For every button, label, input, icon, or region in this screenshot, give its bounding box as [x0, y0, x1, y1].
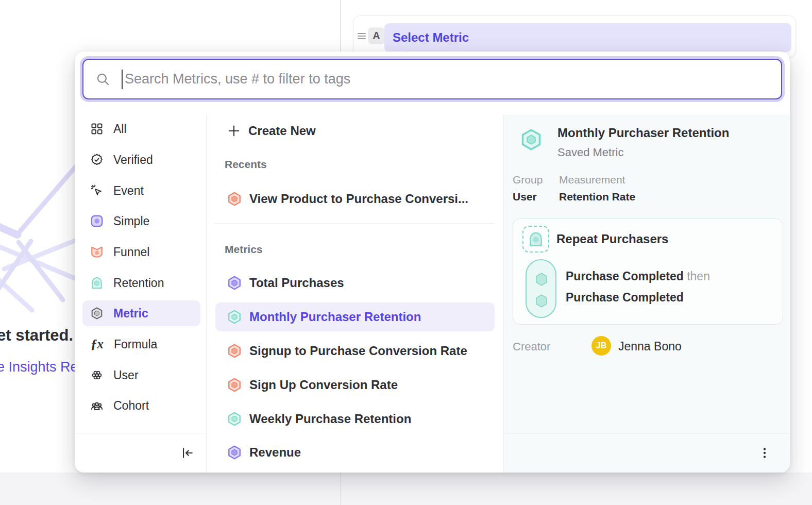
sidebar-item-label: Event	[113, 184, 144, 198]
formula-icon: ƒx	[90, 337, 104, 351]
user-cluster-icon	[90, 368, 104, 382]
kebab-menu-icon[interactable]	[758, 446, 771, 460]
create-new-button[interactable]: Create New	[215, 116, 495, 145]
page-background-strip	[0, 473, 812, 505]
list-item-metric[interactable]: Revenue	[215, 438, 495, 467]
search-placeholder: Search Metrics, use # to filter to tags	[125, 71, 350, 87]
metric-hexagon-icon	[519, 128, 543, 152]
list-item-label: Sign Up Conversion Rate	[249, 378, 398, 392]
sidebar-item-label: Cohort	[113, 399, 149, 413]
metric-hexagon-icon	[227, 275, 242, 291]
metric-hexagon-icon	[227, 309, 242, 325]
meta-label-measurement: Measurement	[559, 174, 625, 186]
search-input[interactable]: Search Metrics, use # to filter to tags	[82, 59, 782, 99]
sidebar-item-all[interactable]: All	[82, 116, 200, 142]
list-item-label: Weekly Purchase Retention	[249, 412, 411, 426]
sidebar-item-retention[interactable]: Retention	[82, 270, 200, 296]
sidebar-item-label: All	[113, 122, 127, 136]
list-item-metric[interactable]: Total Purchases	[215, 268, 495, 297]
event-cursor-icon	[90, 184, 104, 197]
cohort-people-icon	[90, 399, 104, 412]
meta-value-measurement: Retention Rate	[559, 191, 635, 203]
drag-handle-icon[interactable]	[358, 31, 366, 41]
creator-name: Jenna Bono	[618, 340, 682, 354]
list-item-metric-selected[interactable]: Monthly Purchaser Retention	[215, 302, 495, 331]
retention-metric-icon	[90, 276, 104, 290]
list-item-metric[interactable]: Weekly Purchase Retention	[215, 405, 495, 433]
sidebar-item-funnel[interactable]: Funnel	[82, 239, 200, 265]
metric-picker-modal: Search Metrics, use # to filter to tags …	[75, 52, 790, 473]
detail-title: Monthly Purchaser Retention	[557, 126, 729, 140]
recents-section-label: Recents	[225, 158, 267, 171]
sidebar-item-event[interactable]: Event	[82, 178, 200, 204]
definition-card: Repeat Purchasers Purchase Completed the…	[513, 218, 783, 325]
plus-icon	[227, 124, 241, 138]
background-link-fragment[interactable]: e Insights Re	[0, 359, 78, 375]
step-hexagon-icon	[534, 272, 549, 287]
list-item-label: Monthly Purchaser Retention	[249, 310, 421, 324]
sidebar-item-verified[interactable]: Verified	[82, 147, 200, 173]
create-new-label: Create New	[248, 124, 316, 138]
sidebar-item-label: Verified	[113, 153, 153, 167]
funnel-hexagon-icon	[227, 191, 242, 207]
sidebar-item-simple[interactable]: Simple	[82, 208, 200, 234]
definition-step-1: Purchase Completed then	[566, 270, 710, 283]
select-metric-button[interactable]: Select Metric	[384, 23, 791, 52]
background-illustration	[0, 144, 82, 325]
list-item-label: View Product to Purchase Conversi...	[249, 192, 468, 206]
sidebar-item-label: Funnel	[113, 245, 149, 259]
background-heading-fragment: et started.	[0, 326, 73, 345]
detail-subtitle: Saved Metric	[557, 146, 623, 159]
sidebar-item-user[interactable]: User	[82, 362, 200, 388]
metric-hexagon-icon	[90, 307, 104, 320]
filter-sidebar: All Verified Event	[75, 114, 207, 473]
sidebar-item-label: Simple	[113, 214, 149, 228]
list-item-metric[interactable]: Sign Up Conversion Rate	[215, 371, 495, 399]
series-a-badge: A	[368, 27, 385, 44]
definition-title: Repeat Purchasers	[556, 232, 668, 246]
metric-hexagon-icon	[227, 377, 242, 393]
sidebar-item-formula[interactable]: ƒx Formula	[82, 331, 200, 357]
verified-badge-icon	[90, 153, 104, 166]
search-icon	[96, 72, 110, 87]
text-caret	[122, 70, 123, 89]
sidebar-item-label: Retention	[113, 276, 164, 290]
sidebar-item-metric[interactable]: Metric	[82, 300, 200, 326]
list-divider	[215, 223, 495, 224]
step-suffix: then	[687, 270, 710, 283]
sidebar-footer	[75, 433, 206, 473]
metric-hexagon-icon	[227, 343, 242, 359]
metric-hexagon-icon	[227, 411, 242, 427]
metric-detail-panel: Monthly Purchaser Retention Saved Metric…	[504, 114, 790, 473]
sidebar-item-label: Metric	[113, 307, 148, 321]
meta-value-group: User	[513, 191, 537, 203]
collapse-left-icon[interactable]	[180, 446, 195, 460]
metrics-section-label: Metrics	[225, 243, 263, 256]
sidebar-item-label: Formula	[114, 338, 157, 351]
list-item-metric[interactable]: Signup to Purchase Conversion Rate	[215, 336, 495, 365]
creator-avatar: JB	[591, 336, 611, 356]
grid-icon	[90, 122, 104, 136]
list-item-label: Revenue	[249, 445, 301, 460]
sidebar-item-label: User	[113, 368, 139, 382]
list-item-label: Signup to Purchase Conversion Rate	[249, 344, 467, 358]
funnel-steps-capsule	[526, 259, 556, 318]
repeat-purchasers-icon	[522, 226, 549, 252]
metric-hexagon-icon	[227, 445, 242, 460]
creator-label: Creator	[513, 340, 550, 354]
detail-footer	[504, 433, 790, 473]
metric-list: Create New Recents View Product to Purch…	[207, 114, 504, 473]
sidebar-item-cohort[interactable]: Cohort	[82, 393, 200, 418]
list-item-label: Total Purchases	[249, 276, 344, 290]
simple-metric-icon	[90, 214, 104, 228]
funnel-metric-icon	[90, 245, 104, 259]
definition-step-2: Purchase Completed	[566, 291, 684, 305]
meta-label-group: Group	[513, 174, 543, 186]
list-item-recent[interactable]: View Product to Purchase Conversi...	[215, 184, 495, 213]
step-hexagon-icon	[534, 293, 549, 309]
select-metric-label: Select Metric	[393, 30, 469, 45]
